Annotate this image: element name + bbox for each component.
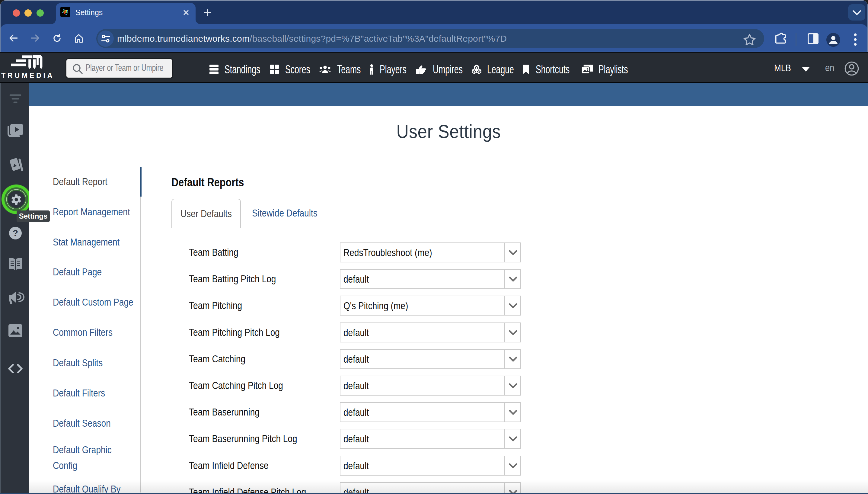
svg-text:?: ? (13, 228, 18, 238)
